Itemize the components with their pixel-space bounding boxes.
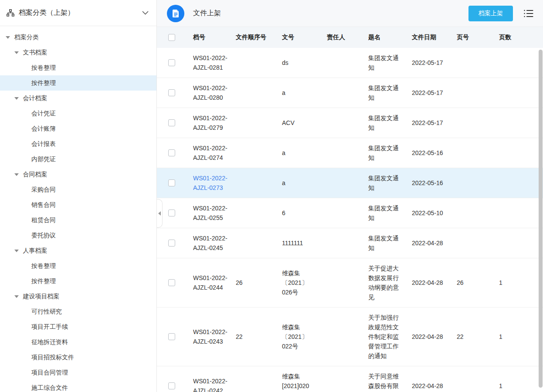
tree-item[interactable]: 租赁合同 [0,213,156,228]
cell-page-no: 22 [457,332,499,341]
archive-shelve-button[interactable]: 档案上架 [468,6,513,21]
row-checkbox[interactable] [168,89,175,96]
tree-item[interactable]: 施工综合文件 [0,380,156,392]
column-header: 档号 [193,34,236,41]
category-tree: 档案分类文书档案按卷整理按件整理会计档案会计凭证会计账簿会计报表内部凭证合同档案… [0,26,156,392]
tree-item[interactable]: 项目开工手续 [0,319,156,335]
tree-item[interactable]: 会计档案 [0,91,156,106]
cell-archive-no: WS01-2022-AJZL-0244 [193,273,236,292]
table-row[interactable]: WS01-2022-AJZL-02451111111集团发文通知2022-04-… [157,228,543,258]
tree-item-label: 会计账簿 [31,125,56,133]
cell-doc-no: 维森集[2021]020号 [282,372,327,392]
select-all-checkbox[interactable] [168,34,175,41]
table-header-row: 档号文件顺序号文号责任人题名文件日期页号页数 [157,27,543,48]
table-row[interactable]: WS01-2022-AJZL-0279ACV集团发文通知2022-05-17 [157,108,543,138]
tree-item[interactable]: 会计账簿 [0,121,156,136]
tree-item[interactable]: 人事档案 [0,243,156,258]
cell-date: 2022-05-17 [412,118,457,128]
tree-item[interactable]: 文书档案 [0,45,156,60]
row-checkbox[interactable] [168,333,175,340]
chevron-down-icon[interactable] [142,11,149,15]
row-checkbox[interactable] [168,240,175,247]
tree-item[interactable]: 可行性研究 [0,304,156,319]
cell-title: 集团发文通知 [368,143,412,162]
table-row[interactable]: WS01-2022-AJZL-0281ds集团发文通知2022-05-17 [157,48,543,78]
caret-down-icon[interactable] [14,173,23,176]
column-header: 责任人 [327,34,368,41]
tree-item[interactable]: 按卷整理 [0,60,156,75]
cell-doc-no: a [282,178,327,188]
table-row[interactable]: WS01-2022-AJZL-02556集团发文通知2022-05-10 [157,198,543,228]
tree-item[interactable]: 会计凭证 [0,106,156,121]
row-checkbox[interactable] [168,149,175,156]
cell-doc-no: 1111111 [282,238,327,248]
caret-down-icon[interactable] [6,36,14,39]
row-checkbox[interactable] [168,279,175,286]
sitemap-icon [7,9,14,17]
tree-item[interactable]: 销售合同 [0,197,156,213]
cell-archive-no: WS01-2022-AJZL-0279 [193,113,236,132]
row-checkbox-cell [157,240,193,247]
table-row[interactable]: WS01-2022-AJZL-024322维森集〔2021〕022号关于加强行政… [157,308,543,366]
tree-item[interactable]: 档案分类 [0,30,156,45]
column-header: 文件日期 [412,34,457,41]
table-row[interactable]: WS01-2022-AJZL-0274a集团发文通知2022-05-16 [157,138,543,168]
cell-doc-no: ACV [282,118,327,128]
row-checkbox[interactable] [168,382,175,389]
sidebar-collapse-handle[interactable] [157,199,163,228]
cell-date: 2022-04-28 [412,332,457,341]
caret-down-icon[interactable] [14,295,23,298]
tree-item-label: 销售合同 [31,201,56,209]
archive-no-link[interactable]: WS01-2022-AJZL-0273 [193,173,236,193]
table-row[interactable]: WS01-2022-AJZL-0273a集团发文通知2022-05-16 [157,168,543,198]
cell-date: 2022-04-28 [412,238,457,248]
tree-item-label: 租赁合同 [31,216,56,224]
sidebar-title: 档案分类（上架） [19,8,142,17]
cell-pages: 1 [499,278,543,287]
cell-date: 2022-05-17 [412,58,457,68]
tree-item[interactable]: 合同档案 [0,167,156,182]
cell-archive-no: WS01-2022-AJZL-0245 [193,233,236,253]
tree-item[interactable]: 征地拆迁资料 [0,335,156,350]
table-row[interactable]: WS01-2022-AJZL-0242维森集[2021]020号关于同意维森股份… [157,366,543,392]
row-checkbox[interactable] [168,179,175,186]
main-header: 文件上架 档案上架 [157,0,543,27]
tree-item-label: 合同档案 [23,171,48,179]
tree-item[interactable]: 按件整理 [0,274,156,289]
tree-item-label: 按件整理 [31,277,56,285]
tree-item[interactable]: 按卷整理 [0,258,156,274]
table-row[interactable]: WS01-2022-AJZL-0280a集团发文通知2022-05-17 [157,78,543,108]
column-header: 文件顺序号 [236,34,282,41]
cell-date: 2022-05-16 [412,178,457,188]
tree-item[interactable]: 内部凭证 [0,152,156,167]
caret-down-icon[interactable] [14,97,23,100]
tree-item[interactable]: 委托协议 [0,228,156,243]
row-checkbox-cell [157,149,193,156]
vertical-scrollbar-thumb[interactable] [539,50,543,388]
tree-item-label: 会计凭证 [31,110,56,118]
tree-item[interactable]: 采购合同 [0,182,156,197]
row-checkbox[interactable] [168,210,175,216]
cell-title: 集团发文通知 [368,113,412,132]
cell-title: 集团发文通知 [368,173,412,193]
tree-item[interactable]: 建设项目档案 [0,289,156,304]
tree-item[interactable]: 项目招投标文件 [0,350,156,365]
app-window: 档案分类（上架） 档案分类文书档案按卷整理按件整理会计档案会计凭证会计账簿会计报… [0,0,543,392]
column-header: 题名 [368,34,412,41]
tree-item[interactable]: 会计报表 [0,136,156,152]
row-checkbox[interactable] [168,119,175,126]
cell-doc-no: 6 [282,208,327,218]
tree-item-label: 可行性研究 [31,308,62,316]
tree-item-label: 内部凭证 [31,155,56,163]
tree-item[interactable]: 项目合同管理 [0,365,156,380]
caret-down-icon[interactable] [14,250,23,252]
cell-doc-no: 维森集〔2021〕022号 [282,322,327,351]
cell-doc-no: 维森集〔2021〕026号 [282,268,327,297]
tree-item[interactable]: 按件整理 [0,75,156,91]
tree-item-label: 按件整理 [31,79,56,87]
row-checkbox[interactable] [168,59,175,66]
cell-title: 集团发文通知 [368,233,412,253]
caret-down-icon[interactable] [14,51,23,54]
table-row[interactable]: WS01-2022-AJZL-024426维森集〔2021〕026号关于促进大数… [157,258,543,308]
unordered-list-icon[interactable] [523,9,533,18]
